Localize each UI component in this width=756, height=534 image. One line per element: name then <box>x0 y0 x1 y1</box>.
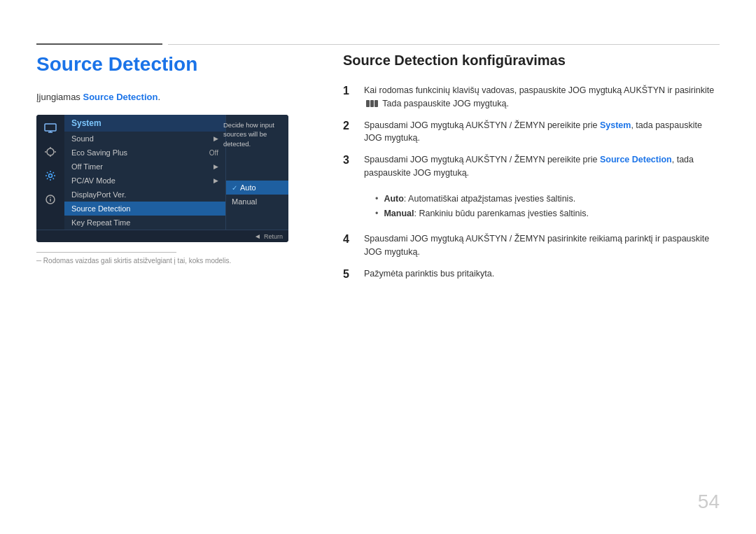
svg-point-11 <box>50 197 51 198</box>
menu-panel: System Sound ▶ Eco Saving Plus Off Off T… <box>36 115 288 230</box>
note-text: ─ Rodomas vaizdas gali skirtis atsižvelg… <box>36 257 309 265</box>
top-lines <box>36 43 720 45</box>
return-bar: ◄ Return <box>36 230 288 242</box>
menu-item-sourcedetection-label: Source Detection <box>71 204 130 213</box>
bottom-note-area: ─ Rodomas vaizdas gali skirtis atsižvelg… <box>36 252 309 265</box>
step-5: 5 Pažymėta parinktis bus pritaikyta. <box>343 267 720 282</box>
menu-item-offtimer[interactable]: Off Timer ▶ <box>64 160 225 174</box>
menu-icon-badge <box>366 100 378 107</box>
step-3-text: Spausdami JOG mygtuką AUKŠTYN / ŽEMYN pe… <box>364 153 720 180</box>
menu-header: System <box>64 115 225 132</box>
step-2-text: Spausdami JOG mygtuką AUKŠTYN / ŽEMYN pe… <box>364 119 720 146</box>
step-5-number: 5 <box>343 267 354 282</box>
menu-item-sound-label: Sound <box>71 134 94 143</box>
step-3-number: 3 <box>343 153 354 180</box>
return-label: Return <box>264 233 283 240</box>
submenu-item-auto[interactable]: ✓ Auto <box>226 181 288 195</box>
menu-item-sound[interactable]: Sound ▶ <box>64 132 225 146</box>
menu-item-pcav[interactable]: PC/AV Mode ▶ <box>64 174 225 188</box>
intro-prefix: Įjungiamas <box>36 92 83 102</box>
arrow-icon: ▶ <box>214 135 218 142</box>
info-icon <box>43 192 58 207</box>
auto-bold: Auto <box>384 194 403 204</box>
menu-item-keyrepeat-label: Key Repeat Time <box>71 218 130 227</box>
bullet-auto-text: Auto: Automatiškai atpažįstamas įvesties… <box>384 192 575 206</box>
info-box: Decide how input sources will be detecte… <box>223 120 283 148</box>
monitor-mockup: System Sound ▶ Eco Saving Plus Off Off T… <box>36 115 288 242</box>
bullet-dot-2: • <box>375 207 378 220</box>
step-4-text: Spausdami JOG mygtuką AUKŠTYN / ŽEMYN pa… <box>364 232 720 259</box>
submenu-manual-label: Manual <box>232 197 257 206</box>
manual-bold: Manual <box>384 209 414 218</box>
check-icon: ✓ <box>232 184 237 192</box>
step-3-bold: Source Detection <box>600 155 672 164</box>
menu-item-eco-label: Eco Saving Plus <box>71 148 127 157</box>
intro-text: Įjungiamas Source Detection. <box>36 90 309 104</box>
bullet-manual-text: Manual: Rankiniu būdu parenkamas įvestie… <box>384 207 589 220</box>
step-3: 3 Spausdami JOG mygtuką AUKŠTYN / ŽEMYN … <box>343 153 720 180</box>
section-title: Source Detection <box>36 52 309 76</box>
arrow-icon: ▶ <box>214 163 218 170</box>
intro-end: . <box>158 92 160 102</box>
monitor-icon <box>43 120 58 136</box>
svg-point-3 <box>47 148 54 155</box>
bullet-manual: • Manual: Rankiniu būdu parenkamas įvest… <box>375 207 589 220</box>
right-column: Source Detection konfigūravimas 1 Kai ro… <box>343 52 720 290</box>
svg-point-8 <box>49 174 52 178</box>
menu-item-offtimer-label: Off Timer <box>71 162 103 171</box>
right-title: Source Detection konfigūravimas <box>343 52 720 69</box>
submenu-auto-label: Auto <box>240 183 256 192</box>
step-4: 4 Spausdami JOG mygtuką AUKŠTYN / ŽEMYN … <box>343 232 720 259</box>
step-2: 2 Spausdami JOG mygtuką AUKŠTYN / ŽEMYN … <box>343 119 720 146</box>
adjust-icon <box>43 144 58 160</box>
svg-rect-0 <box>45 124 56 131</box>
page-container: Source Detection Įjungiamas Source Detec… <box>0 0 756 534</box>
bullet-list: • Auto: Automatiškai atpažįstamas įvesti… <box>375 192 589 223</box>
menu-item-pcav-label: PC/AV Mode <box>71 176 115 185</box>
step-5-text: Pažymėta parinktis bus pritaikyta. <box>364 267 720 282</box>
gear-icon <box>43 168 58 183</box>
submenu-item-manual[interactable]: Manual <box>226 195 288 209</box>
bottom-divider <box>36 252 176 253</box>
bullets-block: 3 • Auto: Automatiškai atpažįstamas įves… <box>343 188 720 227</box>
intro-bold: Source Detection <box>83 92 158 102</box>
top-line-short <box>36 43 162 45</box>
menu-item-sourcedetection[interactable]: Source Detection <box>64 202 225 216</box>
step-4-number: 4 <box>343 232 354 259</box>
menu-item-displayport[interactable]: DisplayPort Ver. <box>64 188 225 202</box>
bullet-dot-1: • <box>375 192 378 206</box>
menu-item-keyrepeat[interactable]: Key Repeat Time <box>64 216 225 230</box>
step-1-text: Kai rodomas funkcinių klavišų vadovas, p… <box>364 84 720 111</box>
return-icon: ◄ <box>254 232 261 240</box>
step-1-number: 1 <box>343 84 354 111</box>
step-1: 1 Kai rodomas funkcinių klavišų vadovas,… <box>343 84 720 111</box>
eco-value: Off <box>209 149 218 157</box>
left-column: Source Detection Įjungiamas Source Detec… <box>36 52 309 265</box>
page-number: 54 <box>698 491 720 513</box>
bullet-auto: • Auto: Automatiškai atpažįstamas įvesti… <box>375 192 589 206</box>
arrow-icon: ▶ <box>214 177 218 184</box>
top-line-long <box>168 44 720 45</box>
steps-list: 1 Kai rodomas funkcinių klavišų vadovas,… <box>343 84 720 281</box>
menu-item-eco[interactable]: Eco Saving Plus Off <box>64 146 225 160</box>
menu-icons <box>36 115 64 230</box>
step-2-bold: System <box>600 120 631 130</box>
menu-main: System Sound ▶ Eco Saving Plus Off Off T… <box>64 115 225 230</box>
menu-item-displayport-label: DisplayPort Ver. <box>71 190 126 199</box>
step-2-number: 2 <box>343 119 354 146</box>
